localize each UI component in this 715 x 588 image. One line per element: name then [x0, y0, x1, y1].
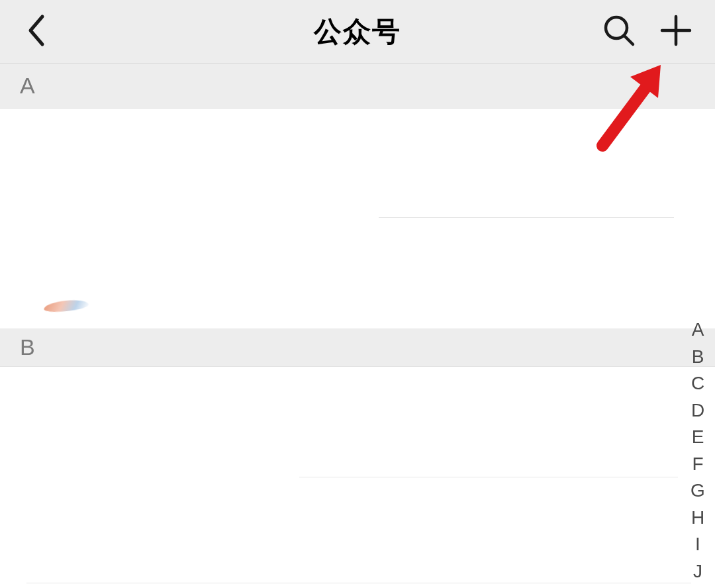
- list-divider: [26, 583, 691, 583]
- alpha-index-item[interactable]: J: [685, 558, 711, 585]
- section-letter: A: [20, 73, 35, 99]
- alpha-index-item[interactable]: I: [685, 531, 711, 558]
- alpha-index-item[interactable]: A: [685, 317, 711, 344]
- navbar-actions: [591, 0, 704, 64]
- section-header-A[interactable]: A: [0, 64, 715, 109]
- list-divider: [299, 477, 678, 477]
- alpha-index-item[interactable]: D: [685, 397, 711, 424]
- section-content-B: [0, 367, 715, 588]
- chevron-left-icon: [26, 14, 45, 50]
- plus-icon: [659, 14, 692, 50]
- list-divider: [379, 217, 674, 218]
- svg-line-1: [624, 36, 633, 44]
- alpha-index-item[interactable]: F: [685, 451, 711, 478]
- back-button[interactable]: [12, 0, 60, 64]
- avatar-fragment: [43, 298, 89, 313]
- section-letter: B: [20, 334, 35, 360]
- section-header-B[interactable]: B: [0, 328, 715, 367]
- alpha-index-item[interactable]: B: [685, 344, 711, 371]
- search-button[interactable]: [591, 0, 647, 64]
- section-B: B: [0, 328, 715, 588]
- alpha-index-item[interactable]: G: [685, 477, 711, 505]
- navbar: 公众号: [0, 0, 715, 64]
- alpha-index[interactable]: A B C D E F G H I J: [685, 317, 711, 585]
- page-title: 公众号: [314, 13, 401, 50]
- alpha-index-item[interactable]: H: [685, 505, 711, 532]
- alpha-index-item[interactable]: C: [685, 370, 711, 397]
- add-button[interactable]: [647, 0, 704, 64]
- navbar-divider: [0, 63, 715, 64]
- alpha-index-item[interactable]: E: [685, 424, 711, 451]
- section-A: A: [0, 64, 715, 328]
- section-content-A: [0, 109, 715, 328]
- search-icon: [602, 14, 636, 50]
